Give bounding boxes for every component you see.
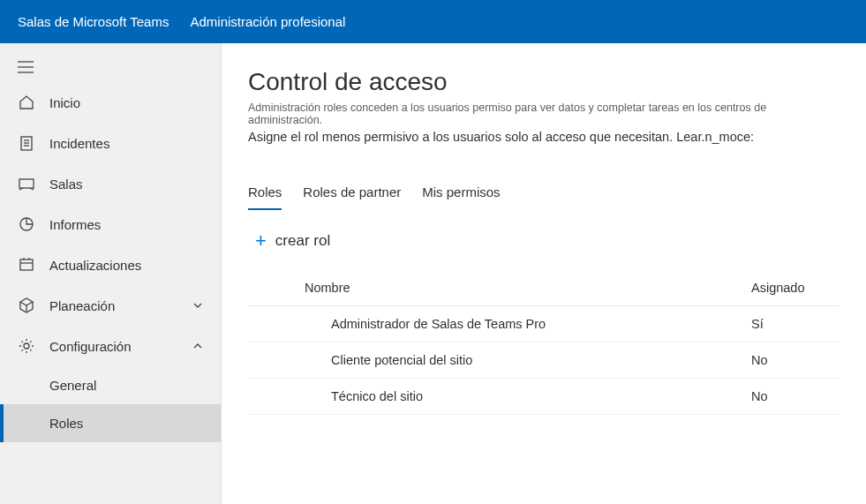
cell-assigned: No — [751, 389, 840, 403]
tab-partner-roles[interactable]: Roles de partner — [303, 179, 401, 210]
cell-name: Técnico del sitio — [248, 389, 751, 403]
sidebar-item-label: Planeación — [49, 298, 115, 313]
topbar: Salas de Microsoft Teams Administración … — [0, 0, 866, 43]
incidents-icon — [18, 134, 35, 152]
sidebar-item-informes[interactable]: Informes — [0, 204, 221, 244]
col-header-name[interactable]: Nombre — [248, 281, 751, 295]
sidebar-item-label: Incidentes — [49, 136, 109, 151]
main-content: Control de acceso Administración roles c… — [222, 43, 866, 504]
settings-icon — [18, 337, 35, 355]
sidebar-item-label: Inicio — [49, 95, 80, 110]
hamburger-button[interactable] — [0, 52, 221, 82]
planning-icon — [18, 297, 35, 314]
cell-name: Administrador de Salas de Teams Pro — [248, 317, 751, 331]
page-description: Asigne el rol menos permisivo a los usua… — [248, 130, 840, 144]
svg-point-16 — [24, 343, 29, 349]
table-row[interactable]: Cliente potencial del sitio No — [248, 342, 840, 379]
sidebar-item-label: Actualizaciones — [49, 258, 141, 273]
sidebar-item-planeacion[interactable]: Planeación — [0, 285, 221, 326]
cell-name: Cliente potencial del sitio — [248, 353, 751, 367]
rooms-icon — [18, 175, 35, 192]
sidebar-item-inicio[interactable]: Inicio — [0, 82, 221, 123]
table-row[interactable]: Administrador de Salas de Teams Pro Sí — [248, 306, 840, 342]
plus-icon: + — [255, 231, 267, 251]
sidebar-item-incidentes[interactable]: Incidentes — [0, 123, 221, 163]
sidebar-item-roles[interactable]: Roles — [0, 404, 221, 442]
cell-assigned: No — [751, 353, 840, 367]
sidebar-item-configuracion[interactable]: Configuración — [0, 326, 221, 366]
svg-rect-11 — [20, 260, 33, 270]
col-header-assigned[interactable]: Asignado — [751, 281, 840, 295]
tabs: Roles Roles de partner Mis permisos — [248, 179, 840, 210]
sidebar-item-label: General — [49, 378, 96, 393]
cell-assigned: Sí — [751, 317, 840, 331]
create-role-label: crear rol — [275, 232, 330, 250]
updates-icon — [18, 256, 35, 274]
topbar-brand: Salas de Microsoft Teams — [18, 14, 169, 29]
sidebar: Inicio Incidentes Salas Informes Actuali — [0, 43, 222, 504]
roles-table: Nombre Asignado Administrador de Salas d… — [248, 270, 840, 415]
reports-icon — [18, 215, 35, 233]
sidebar-item-label: Roles — [49, 416, 83, 431]
hamburger-icon — [18, 61, 34, 73]
table-row[interactable]: Técnico del sitio No — [248, 379, 840, 415]
table-header: Nombre Asignado — [248, 270, 840, 306]
page-title: Control de acceso — [248, 68, 840, 96]
tab-roles[interactable]: Roles — [248, 179, 282, 210]
sidebar-item-actualizaciones[interactable]: Actualizaciones — [0, 244, 221, 285]
sidebar-item-label: Informes — [49, 217, 101, 232]
sidebar-item-label: Salas — [49, 177, 83, 192]
tab-mis-permisos[interactable]: Mis permisos — [422, 179, 500, 210]
home-icon — [18, 94, 35, 111]
chevron-up-icon — [192, 339, 203, 354]
topbar-section: Administración profesional — [190, 14, 345, 29]
sidebar-item-label: Configuración — [49, 339, 132, 354]
svg-rect-7 — [19, 179, 34, 188]
page-subtitle: Administración roles conceden a los usua… — [248, 102, 840, 126]
sidebar-item-salas[interactable]: Salas — [0, 163, 221, 204]
chevron-down-icon — [192, 298, 203, 313]
sidebar-item-general[interactable]: General — [0, 366, 221, 404]
create-role-button[interactable]: + crear rol — [248, 231, 840, 251]
